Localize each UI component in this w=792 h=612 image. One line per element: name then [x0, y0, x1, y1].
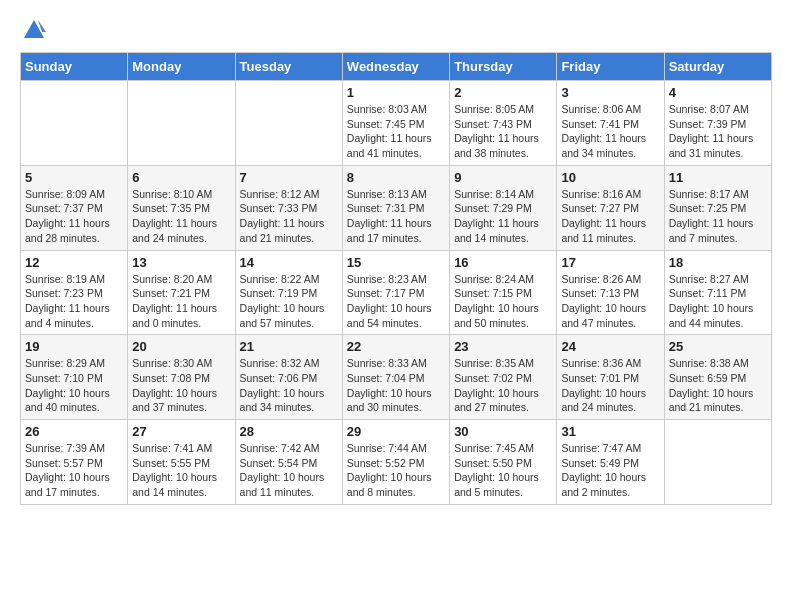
calendar-cell: 20Sunrise: 8:30 AM Sunset: 7:08 PM Dayli… — [128, 335, 235, 420]
day-number: 8 — [347, 170, 445, 185]
calendar-week-2: 5Sunrise: 8:09 AM Sunset: 7:37 PM Daylig… — [21, 165, 772, 250]
day-number: 26 — [25, 424, 123, 439]
day-info: Sunrise: 7:47 AM Sunset: 5:49 PM Dayligh… — [561, 441, 659, 500]
day-info: Sunrise: 8:22 AM Sunset: 7:19 PM Dayligh… — [240, 272, 338, 331]
calendar-week-5: 26Sunrise: 7:39 AM Sunset: 5:57 PM Dayli… — [21, 420, 772, 505]
calendar-cell: 28Sunrise: 7:42 AM Sunset: 5:54 PM Dayli… — [235, 420, 342, 505]
day-info: Sunrise: 8:19 AM Sunset: 7:23 PM Dayligh… — [25, 272, 123, 331]
day-info: Sunrise: 8:07 AM Sunset: 7:39 PM Dayligh… — [669, 102, 767, 161]
day-info: Sunrise: 8:29 AM Sunset: 7:10 PM Dayligh… — [25, 356, 123, 415]
calendar-week-4: 19Sunrise: 8:29 AM Sunset: 7:10 PM Dayli… — [21, 335, 772, 420]
day-number: 10 — [561, 170, 659, 185]
calendar-cell — [235, 81, 342, 166]
day-info: Sunrise: 8:38 AM Sunset: 6:59 PM Dayligh… — [669, 356, 767, 415]
calendar-cell: 26Sunrise: 7:39 AM Sunset: 5:57 PM Dayli… — [21, 420, 128, 505]
day-number: 23 — [454, 339, 552, 354]
day-info: Sunrise: 8:24 AM Sunset: 7:15 PM Dayligh… — [454, 272, 552, 331]
day-info: Sunrise: 8:10 AM Sunset: 7:35 PM Dayligh… — [132, 187, 230, 246]
calendar-header-monday: Monday — [128, 53, 235, 81]
calendar-cell: 27Sunrise: 7:41 AM Sunset: 5:55 PM Dayli… — [128, 420, 235, 505]
calendar-table: SundayMondayTuesdayWednesdayThursdayFrid… — [20, 52, 772, 505]
day-info: Sunrise: 8:35 AM Sunset: 7:02 PM Dayligh… — [454, 356, 552, 415]
calendar-header-wednesday: Wednesday — [342, 53, 449, 81]
day-number: 21 — [240, 339, 338, 354]
day-number: 20 — [132, 339, 230, 354]
day-info: Sunrise: 8:14 AM Sunset: 7:29 PM Dayligh… — [454, 187, 552, 246]
day-info: Sunrise: 8:23 AM Sunset: 7:17 PM Dayligh… — [347, 272, 445, 331]
calendar-cell: 13Sunrise: 8:20 AM Sunset: 7:21 PM Dayli… — [128, 250, 235, 335]
calendar-cell: 29Sunrise: 7:44 AM Sunset: 5:52 PM Dayli… — [342, 420, 449, 505]
calendar-cell: 10Sunrise: 8:16 AM Sunset: 7:27 PM Dayli… — [557, 165, 664, 250]
calendar-cell: 2Sunrise: 8:05 AM Sunset: 7:43 PM Daylig… — [450, 81, 557, 166]
day-number: 9 — [454, 170, 552, 185]
day-info: Sunrise: 8:12 AM Sunset: 7:33 PM Dayligh… — [240, 187, 338, 246]
calendar-cell: 24Sunrise: 8:36 AM Sunset: 7:01 PM Dayli… — [557, 335, 664, 420]
day-info: Sunrise: 8:36 AM Sunset: 7:01 PM Dayligh… — [561, 356, 659, 415]
day-info: Sunrise: 8:13 AM Sunset: 7:31 PM Dayligh… — [347, 187, 445, 246]
calendar-cell: 6Sunrise: 8:10 AM Sunset: 7:35 PM Daylig… — [128, 165, 235, 250]
day-info: Sunrise: 7:44 AM Sunset: 5:52 PM Dayligh… — [347, 441, 445, 500]
calendar-header-thursday: Thursday — [450, 53, 557, 81]
day-info: Sunrise: 8:05 AM Sunset: 7:43 PM Dayligh… — [454, 102, 552, 161]
day-number: 31 — [561, 424, 659, 439]
calendar-week-1: 1Sunrise: 8:03 AM Sunset: 7:45 PM Daylig… — [21, 81, 772, 166]
day-info: Sunrise: 8:20 AM Sunset: 7:21 PM Dayligh… — [132, 272, 230, 331]
day-number: 1 — [347, 85, 445, 100]
calendar-cell: 1Sunrise: 8:03 AM Sunset: 7:45 PM Daylig… — [342, 81, 449, 166]
calendar-cell — [128, 81, 235, 166]
calendar-cell: 5Sunrise: 8:09 AM Sunset: 7:37 PM Daylig… — [21, 165, 128, 250]
day-number: 25 — [669, 339, 767, 354]
day-info: Sunrise: 7:39 AM Sunset: 5:57 PM Dayligh… — [25, 441, 123, 500]
day-number: 27 — [132, 424, 230, 439]
calendar-week-3: 12Sunrise: 8:19 AM Sunset: 7:23 PM Dayli… — [21, 250, 772, 335]
day-info: Sunrise: 7:42 AM Sunset: 5:54 PM Dayligh… — [240, 441, 338, 500]
calendar-cell: 30Sunrise: 7:45 AM Sunset: 5:50 PM Dayli… — [450, 420, 557, 505]
calendar-cell: 7Sunrise: 8:12 AM Sunset: 7:33 PM Daylig… — [235, 165, 342, 250]
day-info: Sunrise: 7:41 AM Sunset: 5:55 PM Dayligh… — [132, 441, 230, 500]
day-info: Sunrise: 8:26 AM Sunset: 7:13 PM Dayligh… — [561, 272, 659, 331]
calendar-header-row: SundayMondayTuesdayWednesdayThursdayFrid… — [21, 53, 772, 81]
calendar-cell: 16Sunrise: 8:24 AM Sunset: 7:15 PM Dayli… — [450, 250, 557, 335]
calendar-cell — [664, 420, 771, 505]
day-number: 4 — [669, 85, 767, 100]
calendar-header-friday: Friday — [557, 53, 664, 81]
day-number: 16 — [454, 255, 552, 270]
logo — [20, 20, 46, 42]
day-info: Sunrise: 8:06 AM Sunset: 7:41 PM Dayligh… — [561, 102, 659, 161]
calendar-cell — [21, 81, 128, 166]
calendar-cell: 17Sunrise: 8:26 AM Sunset: 7:13 PM Dayli… — [557, 250, 664, 335]
calendar-cell: 22Sunrise: 8:33 AM Sunset: 7:04 PM Dayli… — [342, 335, 449, 420]
day-number: 7 — [240, 170, 338, 185]
day-info: Sunrise: 8:09 AM Sunset: 7:37 PM Dayligh… — [25, 187, 123, 246]
calendar-header-tuesday: Tuesday — [235, 53, 342, 81]
day-info: Sunrise: 8:30 AM Sunset: 7:08 PM Dayligh… — [132, 356, 230, 415]
day-info: Sunrise: 8:32 AM Sunset: 7:06 PM Dayligh… — [240, 356, 338, 415]
calendar-cell: 25Sunrise: 8:38 AM Sunset: 6:59 PM Dayli… — [664, 335, 771, 420]
day-number: 11 — [669, 170, 767, 185]
day-number: 18 — [669, 255, 767, 270]
day-number: 6 — [132, 170, 230, 185]
day-number: 15 — [347, 255, 445, 270]
calendar-cell: 18Sunrise: 8:27 AM Sunset: 7:11 PM Dayli… — [664, 250, 771, 335]
calendar-header-sunday: Sunday — [21, 53, 128, 81]
day-number: 30 — [454, 424, 552, 439]
calendar-header-saturday: Saturday — [664, 53, 771, 81]
calendar-cell: 15Sunrise: 8:23 AM Sunset: 7:17 PM Dayli… — [342, 250, 449, 335]
day-number: 22 — [347, 339, 445, 354]
calendar-cell: 23Sunrise: 8:35 AM Sunset: 7:02 PM Dayli… — [450, 335, 557, 420]
calendar-cell: 12Sunrise: 8:19 AM Sunset: 7:23 PM Dayli… — [21, 250, 128, 335]
page-header — [20, 20, 772, 42]
calendar-cell: 11Sunrise: 8:17 AM Sunset: 7:25 PM Dayli… — [664, 165, 771, 250]
day-number: 14 — [240, 255, 338, 270]
calendar-cell: 9Sunrise: 8:14 AM Sunset: 7:29 PM Daylig… — [450, 165, 557, 250]
calendar-cell: 21Sunrise: 8:32 AM Sunset: 7:06 PM Dayli… — [235, 335, 342, 420]
day-number: 13 — [132, 255, 230, 270]
day-number: 12 — [25, 255, 123, 270]
day-number: 19 — [25, 339, 123, 354]
day-number: 24 — [561, 339, 659, 354]
calendar-cell: 31Sunrise: 7:47 AM Sunset: 5:49 PM Dayli… — [557, 420, 664, 505]
day-info: Sunrise: 7:45 AM Sunset: 5:50 PM Dayligh… — [454, 441, 552, 500]
calendar-cell: 4Sunrise: 8:07 AM Sunset: 7:39 PM Daylig… — [664, 81, 771, 166]
calendar-cell: 19Sunrise: 8:29 AM Sunset: 7:10 PM Dayli… — [21, 335, 128, 420]
day-number: 29 — [347, 424, 445, 439]
